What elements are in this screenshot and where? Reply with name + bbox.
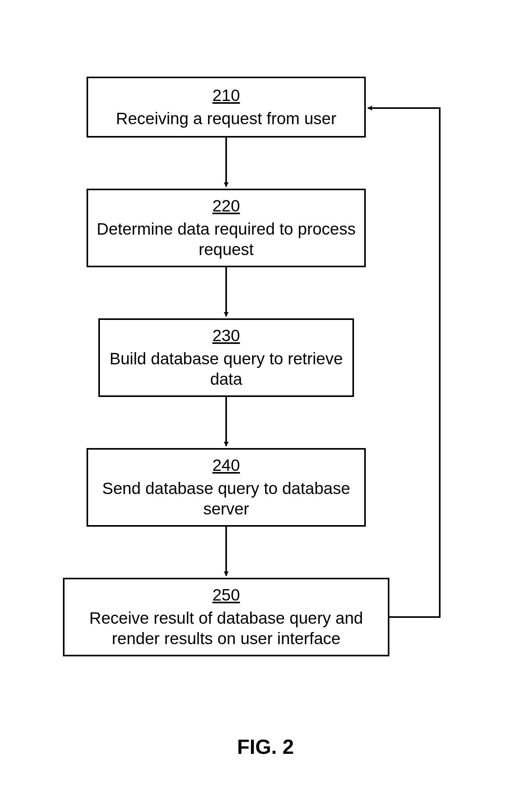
- step-box-220: 220 Determine data required to process r…: [87, 189, 366, 267]
- step-text: Build database query to retrieve data: [108, 349, 345, 390]
- step-box-240: 240 Send database query to database serv…: [87, 448, 366, 527]
- step-number: 220: [96, 196, 356, 217]
- step-text: Send database query to database server: [96, 478, 356, 520]
- step-number: 240: [96, 455, 356, 476]
- step-number: 250: [72, 585, 380, 606]
- step-number: 230: [108, 325, 345, 346]
- step-box-230: 230 Build database query to retrieve dat…: [98, 318, 354, 397]
- figure-caption: FIG. 2: [0, 735, 531, 759]
- step-text: Receive result of database query and ren…: [72, 608, 380, 649]
- step-text: Determine data required to process reque…: [96, 219, 356, 260]
- step-text: Receiving a request from user: [96, 108, 356, 129]
- flowchart-canvas: 210 Receiving a request from user 220 De…: [0, 0, 531, 812]
- step-box-250: 250 Receive result of database query and…: [63, 578, 389, 656]
- step-box-210: 210 Receiving a request from user: [87, 77, 366, 138]
- step-number: 210: [96, 85, 356, 106]
